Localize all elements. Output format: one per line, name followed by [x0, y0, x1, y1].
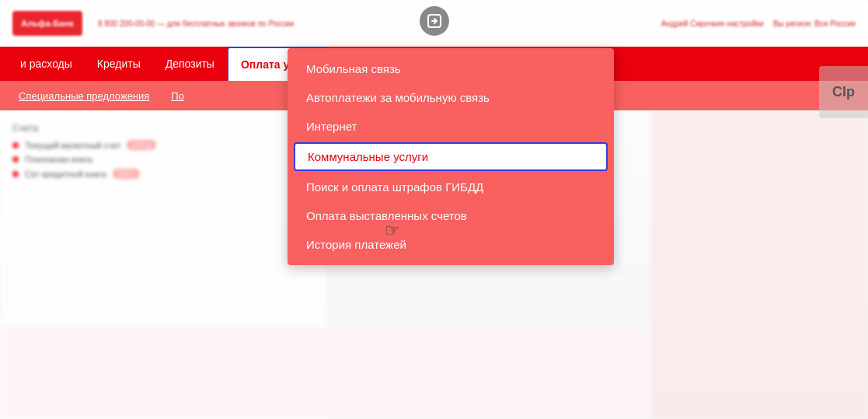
dot-icon [12, 142, 19, 148]
dropdown-internet[interactable]: Интернет [288, 112, 614, 141]
dropdown-invoices[interactable]: Оплата выставленных счетов [288, 201, 614, 230]
account-row-1: Текущий валютный счет 143 д [12, 140, 314, 150]
nav-item-expenses[interactable]: и расходы [8, 47, 85, 81]
side-panel-blur [650, 110, 868, 419]
account-label-3: Сет кредитной книги [25, 169, 106, 179]
bank-logo: Альфа-Банк [12, 11, 82, 36]
account-row-2: Платежная книга [12, 155, 314, 164]
bottom-section-blur [0, 326, 650, 419]
amount-3: 160 г [113, 169, 140, 179]
dropdown-history[interactable]: История платежей [288, 230, 614, 259]
amount-1: 143 д [127, 140, 155, 150]
dropdown-fines[interactable]: Поиск и оплата штрафов ГИБДД [288, 173, 614, 201]
dot-icon-3 [12, 171, 19, 177]
header-region: Вы регион: Вся Россия [773, 19, 856, 28]
header-user: Андрей Сирочкин настройки [661, 19, 764, 28]
sub-nav-po[interactable]: По [160, 81, 195, 110]
share-icon-wrapper[interactable] [420, 6, 449, 36]
header-phone: 8 800 200-00-00 — для бесплатных звонков… [98, 19, 294, 28]
dropdown-autopay[interactable]: Автоплатежи за мобильную связь [288, 83, 614, 112]
payments-dropdown: Мобильная связь Автоплатежи за мобильную… [288, 48, 614, 265]
nav-item-credits[interactable]: Кредиты [85, 47, 153, 81]
account-row-3: Сет кредитной книги 160 г [12, 169, 314, 179]
bank-logo-text: Альфа-Банк [21, 19, 73, 28]
account-label-2: Платежная книга [25, 155, 92, 164]
account-label-1: Текущий валютный счет [25, 141, 120, 150]
sub-nav-offers[interactable]: Специальные предложения [8, 81, 160, 110]
dropdown-mobile[interactable]: Мобильная связь [288, 54, 614, 83]
cip-badge: CIp [819, 66, 868, 118]
share-icon [426, 12, 443, 30]
dot-icon-2 [12, 156, 19, 162]
dropdown-utility[interactable]: Коммунальные услуги [294, 142, 608, 171]
nav-item-deposits[interactable]: Депозиты [153, 47, 227, 81]
accounts-title: Счета [12, 123, 314, 134]
